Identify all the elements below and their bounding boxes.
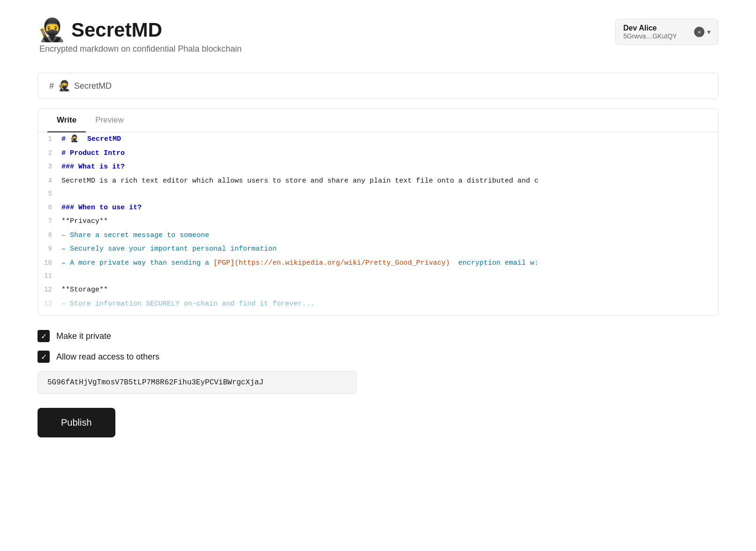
- header: 🥷 SecretMD Encrypted markdown on confide…: [38, 19, 718, 54]
- breadcrumb: # 🥷 SecretMD: [38, 73, 718, 99]
- line-number-4: 4: [38, 176, 61, 187]
- code-line-9: 9 – Securely save your important persona…: [38, 242, 718, 256]
- line-number-11: 11: [38, 271, 61, 282]
- user-name: Dev Alice: [623, 24, 677, 32]
- line-content-10: – A more private way than sending a [PGP…: [61, 257, 538, 269]
- line-content-4: SecretMD is a rich text editor which all…: [61, 175, 538, 187]
- code-line-12: 12 **Storage**: [38, 283, 718, 297]
- app-title: SecretMD: [71, 19, 162, 41]
- breadcrumb-hash: #: [49, 81, 54, 91]
- user-close-button[interactable]: ×: [694, 27, 704, 37]
- code-line-13: 13 – Store information SECURELY on-chain…: [38, 297, 718, 316]
- line-content-9: – Securely save your important personal …: [61, 243, 277, 255]
- line-number-9: 9: [38, 244, 61, 255]
- line-content-3: ### What is it?: [61, 161, 125, 173]
- allow-read-checkbox[interactable]: ✓: [38, 351, 50, 363]
- line-number-1: 1: [38, 134, 61, 145]
- line-number-13: 13: [38, 298, 61, 310]
- code-editor[interactable]: 1 # 🥷 SecretMD 2 # Product Intro 3 ### W…: [38, 132, 718, 315]
- publish-button[interactable]: Publish: [38, 408, 115, 437]
- line-number-3: 3: [38, 161, 61, 173]
- pgp-link[interactable]: [PGP]: [213, 259, 234, 267]
- line-number-10: 10: [38, 258, 61, 269]
- user-controls: × ▾: [694, 27, 711, 37]
- line-content-12: **Storage**: [61, 284, 108, 296]
- app-subtitle: Encrypted markdown on confidential Phala…: [39, 44, 242, 54]
- editor-tabs: Write Preview: [38, 109, 718, 132]
- line-number-7: 7: [38, 216, 61, 227]
- line-content-2: # Product Intro: [61, 147, 125, 160]
- line-number-2: 2: [38, 148, 61, 159]
- user-address: 5Grwva…GKutQY: [623, 32, 677, 40]
- tab-preview[interactable]: Preview: [86, 109, 133, 132]
- line-number-8: 8: [38, 230, 61, 241]
- line-content-6: ### When to use it?: [61, 202, 142, 214]
- logo-title: 🥷 SecretMD: [38, 19, 242, 41]
- code-line-8: 8 – Share a secret message to someone: [38, 229, 718, 243]
- allow-read-label: Allow read access to others: [56, 352, 159, 362]
- code-line-4: 4 SecretMD is a rich text editor which a…: [38, 174, 718, 188]
- line-content-7: **Privacy**: [61, 215, 108, 228]
- user-dropdown-arrow[interactable]: ▾: [707, 28, 711, 36]
- line-content-13: – Store information SECURELY on-chain an…: [61, 298, 315, 310]
- code-line-3: 3 ### What is it?: [38, 160, 718, 174]
- line-number-6: 6: [38, 202, 61, 214]
- code-line-10: 10 – A more private way than sending a […: [38, 256, 718, 270]
- access-key-display: 5G96fAtHjVgTmosV7B5tLP7M8R62Fihu3EyPCViB…: [38, 371, 356, 394]
- line-number-5: 5: [38, 189, 61, 200]
- line-content-1: # 🥷 SecretMD: [61, 133, 121, 145]
- code-line-5: 5: [38, 188, 718, 201]
- line-content-8: – Share a secret message to someone: [61, 230, 209, 242]
- code-line-7: 7 **Privacy**: [38, 214, 718, 229]
- tab-write[interactable]: Write: [47, 109, 86, 132]
- editor-container: Write Preview 1 # 🥷 SecretMD 2 # Product…: [38, 108, 718, 316]
- code-line-11: 11: [38, 270, 718, 283]
- user-info: Dev Alice 5Grwva…GKutQY: [623, 24, 677, 40]
- make-private-row: ✓ Make it private: [38, 330, 718, 342]
- allow-read-row: ✓ Allow read access to others: [38, 351, 718, 363]
- code-line-2: 2 # Product Intro: [38, 146, 718, 161]
- make-private-label: Make it private: [56, 331, 111, 341]
- breadcrumb-icon: 🥷: [58, 80, 70, 92]
- make-private-checkbox[interactable]: ✓: [38, 330, 50, 342]
- line-number-12: 12: [38, 284, 61, 296]
- code-line-1: 1 # 🥷 SecretMD: [38, 132, 718, 146]
- user-badge: Dev Alice 5Grwva…GKutQY × ▾: [615, 19, 718, 45]
- app-icon: 🥷: [38, 19, 66, 41]
- code-line-6: 6 ### When to use it?: [38, 201, 718, 215]
- breadcrumb-name: SecretMD: [74, 81, 112, 91]
- logo-area: 🥷 SecretMD Encrypted markdown on confide…: [38, 19, 242, 54]
